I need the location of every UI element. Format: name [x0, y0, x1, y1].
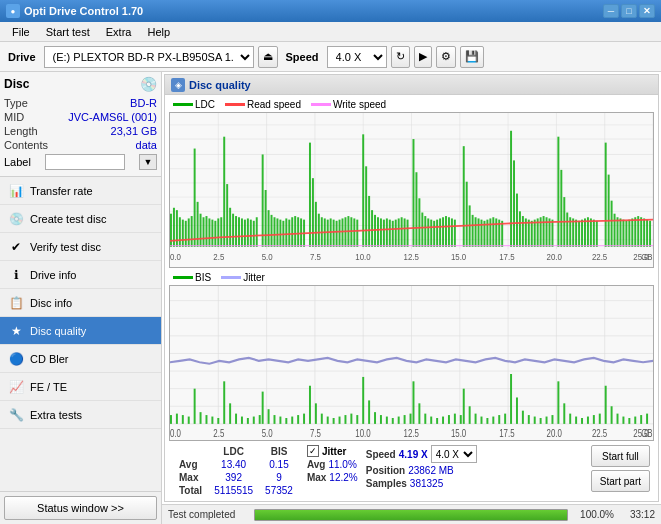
svg-rect-97: [407, 220, 409, 247]
start-full-button[interactable]: Start full: [591, 445, 650, 467]
jitter-checkbox-row: ✓ Jitter: [307, 445, 358, 457]
svg-rect-37: [220, 217, 222, 247]
svg-rect-272: [475, 414, 477, 424]
svg-rect-40: [229, 208, 231, 247]
nav-cd-bler[interactable]: 🔵 CD Bler: [0, 345, 161, 373]
svg-rect-281: [528, 415, 530, 424]
menu-help[interactable]: Help: [139, 24, 178, 40]
svg-rect-279: [516, 397, 518, 423]
svg-rect-289: [575, 417, 577, 424]
svg-rect-293: [599, 414, 601, 424]
svg-rect-260: [410, 414, 412, 424]
position-row: Position 23862 MB: [366, 465, 477, 476]
svg-text:0.0: 0.0: [170, 427, 181, 440]
svg-rect-254: [374, 412, 376, 424]
svg-rect-154: [593, 220, 595, 247]
menu-start-test[interactable]: Start test: [38, 24, 98, 40]
total-ldc: 5115515: [208, 484, 259, 497]
svg-rect-87: [377, 217, 379, 247]
svg-rect-151: [584, 218, 586, 246]
start-part-button[interactable]: Start part: [591, 470, 650, 492]
svg-text:22.5: 22.5: [592, 251, 607, 262]
svg-rect-240: [291, 417, 293, 424]
svg-rect-247: [333, 418, 335, 424]
svg-rect-266: [442, 417, 444, 424]
svg-rect-111: [451, 218, 453, 246]
nav-extra-tests[interactable]: 🔧 Extra tests: [0, 401, 161, 429]
refresh-button[interactable]: ↻: [391, 46, 410, 68]
max-bis: 9: [259, 471, 299, 484]
disc-label-button[interactable]: ▼: [139, 154, 157, 170]
nav-transfer-rate[interactable]: 📊 Transfer rate: [0, 177, 161, 205]
svg-rect-143: [560, 170, 562, 247]
nav-verify-test-disc[interactable]: ✔ Verify test disc: [0, 233, 161, 261]
svg-rect-220: [176, 414, 178, 424]
svg-rect-75: [339, 220, 341, 247]
svg-rect-118: [478, 218, 480, 246]
svg-rect-74: [336, 221, 338, 247]
close-button[interactable]: ✕: [639, 4, 655, 18]
speed-select[interactable]: 4.0 X 2.0 X 8.0 X: [327, 46, 387, 68]
svg-text:2.5: 2.5: [213, 251, 224, 262]
charts-container: LDC Read speed Write speed: [165, 95, 658, 501]
save-button[interactable]: 💾: [460, 46, 484, 68]
title-bar-text: Opti Drive Control 1.70: [24, 5, 143, 17]
svg-rect-221: [182, 415, 184, 424]
total-bis: 57352: [259, 484, 299, 497]
jitter-legend-label: Jitter: [243, 272, 265, 283]
svg-rect-71: [327, 220, 329, 247]
svg-rect-119: [481, 220, 483, 247]
speed-select-stats[interactable]: 4.0 X 2.0 X 8.0 X: [431, 445, 477, 463]
svg-rect-89: [383, 220, 385, 247]
disc-label-input[interactable]: [45, 154, 125, 170]
svg-rect-110: [448, 217, 450, 247]
svg-text:15.0: 15.0: [451, 427, 467, 440]
cd-bler-icon: 🔵: [8, 351, 24, 367]
sidebar-nav: 📊 Transfer rate 💿 Create test disc ✔ Ver…: [0, 177, 161, 491]
menu-file[interactable]: File: [4, 24, 38, 40]
svg-rect-66: [312, 178, 314, 247]
maximize-button[interactable]: □: [621, 4, 637, 18]
svg-rect-130: [519, 211, 521, 247]
svg-rect-138: [543, 216, 545, 247]
svg-rect-283: [540, 418, 542, 424]
svg-rect-127: [510, 131, 512, 247]
nav-disc-info[interactable]: 📋 Disc info: [0, 289, 161, 317]
nav-create-test-disc[interactable]: 💿 Create test disc: [0, 205, 161, 233]
svg-rect-237: [274, 415, 276, 424]
svg-rect-104: [430, 220, 432, 247]
top-chart-svg: 0.0 2.5 5.0 7.5 10.0 12.5 15.0 17.5 20.0…: [170, 113, 653, 267]
jitter-max-value: 12.2%: [329, 472, 357, 483]
svg-rect-135: [534, 220, 536, 247]
svg-rect-53: [271, 215, 273, 247]
nav-fe-te[interactable]: 📈 FE / TE: [0, 373, 161, 401]
svg-rect-228: [223, 381, 225, 424]
svg-text:12.5: 12.5: [404, 251, 419, 262]
svg-rect-235: [262, 392, 264, 424]
drive-select[interactable]: (E:) PLEXTOR BD-R PX-LB950SA 1.06: [44, 46, 254, 68]
test-button[interactable]: ▶: [414, 46, 432, 68]
svg-rect-224: [200, 412, 202, 424]
svg-rect-55: [276, 218, 278, 246]
config-button[interactable]: ⚙: [436, 46, 456, 68]
svg-rect-236: [268, 409, 270, 424]
svg-rect-297: [622, 417, 624, 424]
svg-rect-84: [368, 196, 370, 247]
svg-rect-128: [513, 160, 515, 246]
svg-rect-155: [596, 221, 598, 247]
eject-button[interactable]: ⏏: [258, 46, 278, 68]
nav-drive-info[interactable]: ℹ Drive info: [0, 261, 161, 289]
app-icon: ●: [6, 4, 20, 18]
status-window-button[interactable]: Status window >>: [4, 496, 157, 520]
menu-extra[interactable]: Extra: [98, 24, 140, 40]
minimize-button[interactable]: ─: [603, 4, 619, 18]
chart-panel: ◈ Disc quality LDC Read speed: [164, 74, 659, 502]
jitter-checkbox[interactable]: ✓: [307, 445, 319, 457]
svg-rect-83: [365, 166, 367, 247]
svg-rect-245: [321, 414, 323, 424]
nav-disc-quality[interactable]: ★ Disc quality: [0, 317, 161, 345]
svg-rect-131: [522, 216, 524, 247]
svg-rect-142: [557, 137, 559, 247]
svg-rect-46: [247, 218, 249, 246]
svg-rect-25: [185, 221, 187, 247]
